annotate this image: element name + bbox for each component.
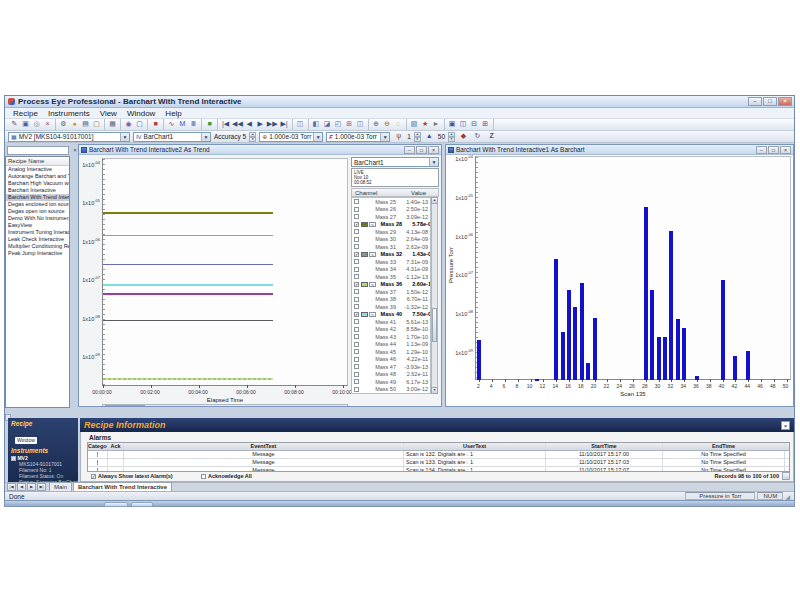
channel-row[interactable]: Mass 386.70e-11 (352, 296, 430, 304)
chevron-down-icon[interactable]: ▼ (201, 133, 210, 141)
menu-item-instruments[interactable]: Instruments (43, 108, 95, 119)
tile-horizontal-icon[interactable]: ⊟ (469, 119, 480, 130)
always-show-option[interactable]: ✓ Always Show latest Alarm(s) (91, 473, 173, 479)
record-icon[interactable]: ● (69, 119, 80, 130)
tab-nav-button-1[interactable]: ◀ (17, 483, 26, 491)
recipe-list-item[interactable]: Autorange Barchart and Tre... (6, 173, 69, 180)
channel-color-swatch[interactable] (361, 252, 368, 257)
channel-color-swatch[interactable] (361, 282, 368, 287)
recipe-list-item[interactable]: Multiplier Conditioning Recipe (6, 243, 69, 250)
menu-item-help[interactable]: Help (160, 108, 186, 119)
channel-row[interactable]: ✓∿Mass 321.43e-06 (352, 251, 430, 259)
channel-checkbox[interactable] (354, 199, 359, 204)
channel-checkbox[interactable] (354, 244, 359, 249)
alarm-column-category[interactable]: Category (88, 443, 108, 450)
menu-item-view[interactable]: View (95, 108, 122, 119)
minimize-button[interactable]: − (404, 146, 415, 154)
windows-icon[interactable]: ◫ (295, 119, 306, 130)
tree-collapse-icon[interactable]: - (11, 456, 16, 461)
prev-scan-icon[interactable]: ◀ (244, 119, 255, 130)
maximize-button[interactable]: □ (416, 146, 427, 154)
split-window-icon[interactable]: ◫ (458, 119, 469, 130)
recipe-list-item[interactable]: Leak Check Interactive (6, 236, 69, 243)
channel-checkbox[interactable] (354, 207, 359, 212)
chevron-down-icon[interactable]: ▼ (429, 158, 438, 166)
taskbar-button[interactable] (131, 502, 153, 507)
resize-grip[interactable]: ◢ (785, 493, 790, 500)
sidebar-recipe-heading[interactable]: Recipe (11, 420, 78, 427)
channel-checkbox[interactable] (354, 349, 359, 354)
sheet-tab-main[interactable]: Main (49, 482, 72, 491)
channel-row[interactable]: Mass 441.13e-09 (352, 341, 430, 349)
alarm-column-usertext[interactable]: UserText (404, 443, 546, 450)
channel-row[interactable]: Mass 262.50e-12 (352, 206, 430, 214)
channel-chart-combo[interactable]: BarChart1▼ (351, 157, 439, 167)
channel-row[interactable]: Mass 464.22e-11 (352, 356, 430, 364)
channel-row[interactable]: Mass 294.13e-08 (352, 228, 430, 236)
scrollbar-thumb[interactable] (105, 405, 145, 406)
channel-checkbox[interactable]: ✓ (354, 222, 359, 227)
recipe-list-item[interactable]: Peak Jump Interactive (6, 250, 69, 257)
chart-combo[interactable]: Ⅳ BarChart1 ▼ (133, 132, 211, 142)
channel-row[interactable]: Mass 47-3.93e-13 (352, 363, 430, 371)
last-scan-icon[interactable]: ▶| (279, 119, 290, 130)
channel-checkbox[interactable] (354, 342, 359, 347)
chevron-down-icon[interactable]: ▼ (313, 133, 322, 141)
channel-checkbox[interactable] (354, 274, 359, 279)
zoom-in-icon[interactable]: ⊕ (371, 119, 382, 130)
channel-checkbox[interactable] (354, 259, 359, 264)
refresh-icon[interactable]: ↻ (472, 131, 483, 142)
print-icon[interactable]: ▦ (107, 119, 118, 130)
channel-row[interactable]: Mass 312.62e-09 (352, 243, 430, 251)
channel-column-header[interactable]: Channel (352, 190, 377, 196)
zoom-out-icon[interactable]: ⊖ (382, 119, 393, 130)
maximize-button[interactable]: □ (768, 146, 779, 154)
recipe-list-item[interactable]: Degas enclosed ion source (6, 201, 69, 208)
channel-table-header[interactable]: ChannelValue (351, 188, 439, 197)
channel-trend-icon[interactable]: ∿ (369, 312, 376, 317)
alarm-row[interactable]: iMessageScan is 133. Digitals are : 111/… (88, 459, 789, 467)
minimize-button[interactable]: − (756, 146, 767, 154)
barchart-window-titlebar[interactable]: Barchart With Trend Interactive1 As Barc… (446, 145, 793, 155)
tab-nav-button-2[interactable]: ▶ (27, 483, 36, 491)
revert-icon[interactable]: ◎ (31, 119, 42, 130)
maximize-button[interactable]: □ (763, 97, 777, 106)
alarm-column-ack[interactable]: Ack (108, 443, 124, 450)
accuracy-stepper[interactable]: ▲▼ (249, 132, 256, 142)
channel-row[interactable]: Mass 337.31e-09 (352, 258, 430, 266)
filament-stepper[interactable]: ▲▼ (414, 132, 421, 142)
recipe-list-item[interactable]: Barchart Interactive (6, 187, 69, 194)
go-icon[interactable]: ■ (204, 119, 215, 130)
acknowledge-all-checkbox[interactable] (201, 474, 206, 479)
tile-icon[interactable]: ⊞ (344, 119, 355, 130)
channel-checkbox[interactable] (354, 327, 359, 332)
channel-row[interactable]: ✓∿Mass 407.50e-08 (352, 311, 430, 319)
first-scan-icon[interactable]: |◀ (220, 119, 231, 130)
channel-row[interactable]: Mass 35-1.12e-13 (352, 273, 430, 281)
sidebar-instruments-heading[interactable]: Instruments (11, 447, 78, 454)
channel-checkbox[interactable] (354, 364, 359, 369)
recipe-list-item[interactable]: EasyView (6, 222, 69, 229)
delete-icon[interactable]: × (42, 119, 53, 130)
new-window-icon[interactable]: ▣ (447, 119, 458, 130)
channel-color-swatch[interactable] (361, 312, 368, 317)
menu-item-recipe[interactable]: Recipe (8, 108, 43, 119)
rewind-icon[interactable]: ◀◀ (231, 119, 244, 130)
channel-checkbox[interactable] (354, 357, 359, 362)
channel-scrollbar[interactable]: ▲▼ (431, 197, 438, 394)
channel-row[interactable]: Mass 451.29e-10 (352, 348, 430, 356)
channel-row[interactable]: Mass 302.64e-09 (352, 236, 430, 244)
dock-bottom-icon[interactable]: ◪ (322, 119, 333, 130)
channel-row[interactable]: ✓∿Mass 362.60e-10 (352, 281, 430, 289)
channel-checkbox[interactable] (354, 319, 359, 324)
scrollbar-thumb[interactable] (432, 308, 437, 342)
alarm-row[interactable]: iMessageScan is 134. Digitals are : 111/… (88, 467, 789, 472)
tab-nav-button-3[interactable]: ▶| (37, 483, 46, 491)
recipe-list-item[interactable]: Barchart With Trend Interac... (6, 194, 69, 201)
profile-icon[interactable]: ▲ (424, 131, 435, 142)
channel-row[interactable]: Mass 428.58e-10 (352, 326, 430, 334)
close-button[interactable]: × (428, 146, 439, 154)
close-button[interactable]: × (780, 146, 791, 154)
channel-checkbox[interactable] (354, 372, 359, 377)
scroll-up-icon[interactable]: ▲ (431, 197, 438, 204)
